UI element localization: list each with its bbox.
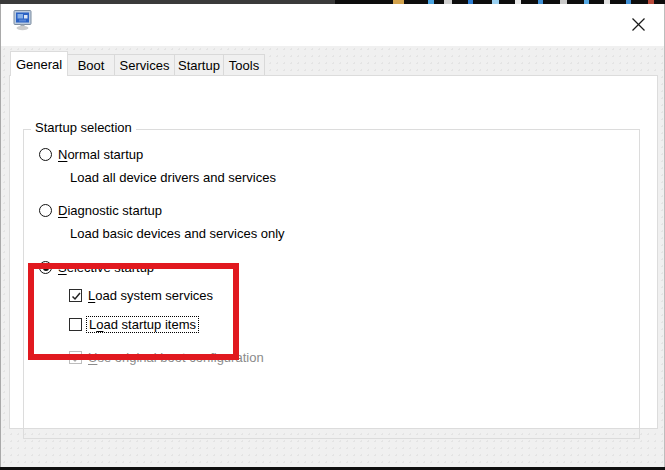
radio-diagnostic-startup-label: Diagnostic startup [58, 203, 162, 218]
tab-startup-label: Startup [178, 58, 220, 73]
general-tab-page: Startup selection Normal startup Load al… [9, 75, 658, 429]
checkbox-load-system-services-label: Load system services [88, 288, 213, 303]
diagnostic-startup-description: Load basic devices and services only [70, 226, 285, 241]
checkbox-checked-icon [69, 289, 82, 302]
tab-tools[interactable]: Tools [223, 54, 265, 76]
close-icon [631, 17, 646, 32]
radio-icon [39, 204, 52, 217]
radio-selective-startup[interactable]: Selective startup [39, 260, 154, 275]
tab-general-label: General [16, 57, 62, 72]
tab-tools-label: Tools [229, 58, 259, 73]
radio-selected-icon [39, 261, 52, 274]
checkbox-load-startup-items[interactable]: Load startup items [69, 316, 199, 333]
checkbox-load-system-services[interactable]: Load system services [69, 288, 213, 303]
system-configuration-dialog: General Boot Services Startup Tools Star… [0, 4, 665, 467]
radio-selective-startup-label: Selective startup [58, 260, 154, 275]
tab-boot[interactable]: Boot [67, 54, 115, 76]
checkbox-unchecked-icon [69, 318, 82, 331]
tab-services[interactable]: Services [114, 54, 175, 76]
title-bar [1, 4, 664, 46]
tab-general[interactable]: General [10, 51, 68, 76]
groupbox-title: Startup selection [31, 120, 136, 135]
radio-icon [39, 148, 52, 161]
dialog-body: General Boot Services Startup Tools Star… [1, 46, 664, 467]
checkbox-use-original-boot-configuration-label: Use original boot configuration [88, 350, 264, 365]
radio-normal-startup-label: Normal startup [58, 147, 143, 162]
checkbox-load-startup-items-label: Load startup items [86, 316, 199, 333]
system-configuration-icon [13, 10, 35, 31]
tab-boot-label: Boot [78, 58, 105, 73]
checkbox-disabled-checked-icon [69, 351, 82, 364]
startup-selection-groupbox: Startup selection Normal startup Load al… [23, 129, 640, 439]
checkbox-use-original-boot-configuration: Use original boot configuration [69, 350, 264, 365]
radio-normal-startup[interactable]: Normal startup [39, 147, 143, 162]
tab-services-label: Services [120, 58, 170, 73]
close-button[interactable] [615, 4, 661, 44]
normal-startup-description: Load all device drivers and services [70, 170, 276, 185]
screenshot-root: General Boot Services Startup Tools Star… [0, 0, 665, 470]
radio-diagnostic-startup[interactable]: Diagnostic startup [39, 203, 162, 218]
tab-startup[interactable]: Startup [174, 54, 224, 76]
